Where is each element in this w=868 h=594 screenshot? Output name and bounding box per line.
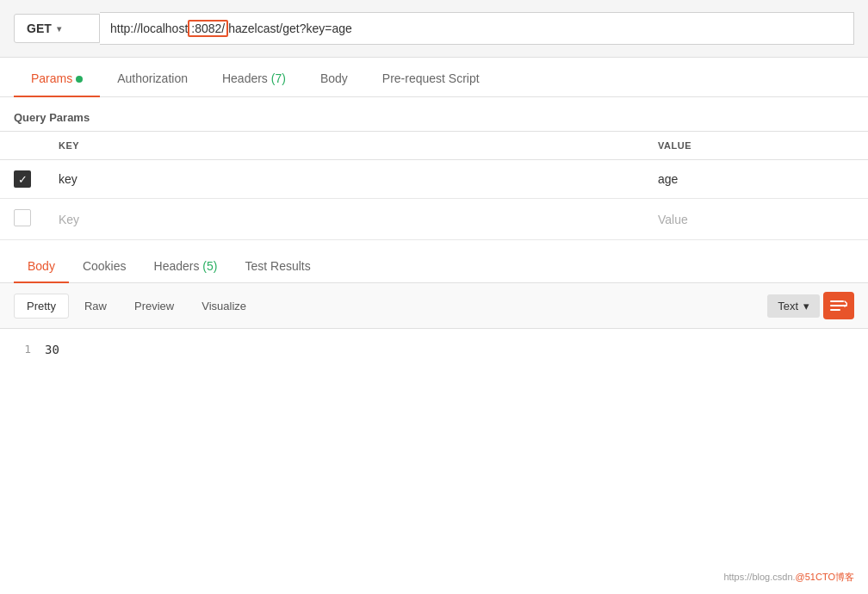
line-value-1: 30 [45,343,59,356]
request-tabs: Params Authorization Headers (7) Body Pr… [0,58,868,97]
row1-value[interactable]: age [644,160,868,199]
tab-body-label: Body [320,71,348,85]
response-tab-test-results-label: Test Results [245,259,310,273]
method-select[interactable]: GET ▾ [14,14,100,43]
wrap-icon [830,297,847,314]
tab-params-label: Params [31,71,72,85]
svg-rect-0 [830,300,844,302]
response-content: 1 30 [0,329,868,370]
row1-key[interactable]: key [45,160,644,199]
tab-pre-request-label: Pre-request Script [382,71,480,85]
response-tab-headers-label: Headers (5) [154,259,218,273]
format-preview[interactable]: Preview [122,294,186,318]
tab-authorization[interactable]: Authorization [100,58,205,97]
col-value-header: VALUE [644,132,868,160]
watermark-brand: @51CTO博客 [796,572,854,582]
text-dropdown-chevron: ▾ [803,300,809,312]
col-key-header: KEY [45,132,644,160]
col-check-header [0,132,45,160]
wrap-button[interactable] [823,292,854,319]
row2-checkbox-cell[interactable] [0,199,45,240]
response-tab-body[interactable]: Body [14,247,69,283]
checkbox-checked[interactable]: ✓ [14,170,31,188]
method-label: GET [27,22,52,35]
response-tabs: Body Cookies Headers (5) Test Results [0,247,868,283]
row1-checkbox-cell[interactable]: ✓ [0,160,45,199]
tab-headers-label: Headers (7) [222,71,286,85]
response-tab-test-results[interactable]: Test Results [231,247,324,283]
query-params-label: Query Params [0,97,868,131]
format-pretty[interactable]: Pretty [14,294,69,319]
url-post: hazelcast/get?key=age [228,22,352,35]
params-table: KEY VALUE ✓ key age Key Value [0,131,868,240]
tab-params[interactable]: Params [14,58,100,97]
params-dot [76,76,83,83]
table-row: ✓ key age [0,160,868,199]
response-tab-cookies[interactable]: Cookies [69,247,140,283]
text-dropdown[interactable]: Text ▾ [767,294,820,318]
watermark: https://blog.csdn.@51CTO博客 [723,571,854,584]
response-tab-body-label: Body [28,259,55,273]
url-highlight: :8082/ [188,20,228,37]
table-row-empty: Key Value [0,199,868,240]
row2-value-placeholder[interactable]: Value [644,199,868,240]
checkbox-empty[interactable] [14,209,31,226]
response-tab-cookies-label: Cookies [83,259,127,273]
format-visualize[interactable]: Visualize [189,294,258,318]
svg-rect-2 [830,309,840,311]
url-bar: GET ▾ http://localhost:8082/hazelcast/ge… [0,0,868,58]
tab-headers[interactable]: Headers (7) [205,58,303,97]
text-dropdown-label: Text [778,300,798,312]
tab-body[interactable]: Body [303,58,365,97]
url-pre: http://localhost [110,22,188,35]
tab-authorization-label: Authorization [117,71,188,85]
watermark-url: https://blog.csdn.@51CTO博客 [723,572,854,582]
url-input[interactable]: http://localhost:8082/hazelcast/get?key=… [100,12,854,45]
method-chevron: ▾ [57,24,61,34]
response-toolbar: Pretty Raw Preview Visualize Text ▾ [0,283,868,329]
line-number-1: 1 [14,343,31,356]
format-raw[interactable]: Raw [72,294,119,318]
tab-pre-request[interactable]: Pre-request Script [365,58,497,97]
response-tab-headers[interactable]: Headers (5) [140,247,232,283]
row2-key-placeholder[interactable]: Key [45,199,644,240]
